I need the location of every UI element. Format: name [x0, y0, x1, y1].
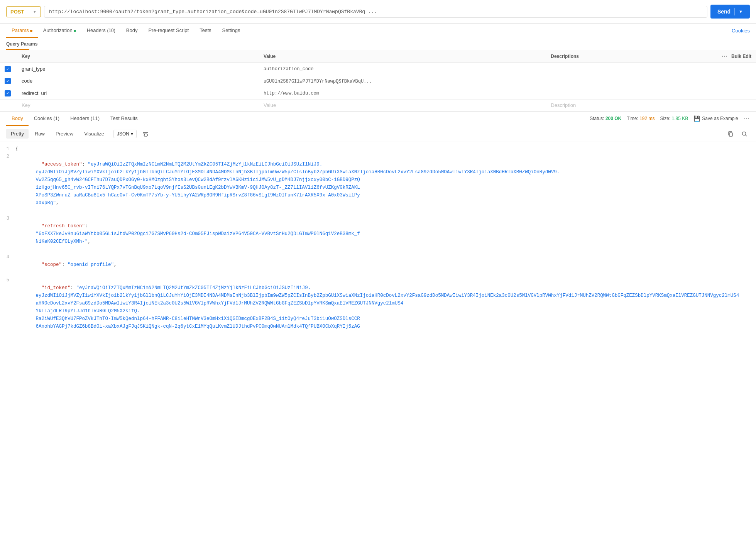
th-description: Descriptions ··· Bulk Edit: [546, 50, 756, 63]
search-button[interactable]: [739, 129, 750, 139]
tab-settings-label: Settings: [222, 27, 240, 33]
params-more-icon[interactable]: ···: [722, 53, 727, 59]
line-num-1: 1: [3, 145, 15, 153]
tab-headers-label: Headers (10): [87, 27, 115, 33]
row2-key[interactable]: code: [22, 78, 32, 84]
time-value: 192 ms: [639, 116, 655, 121]
table-row: ✓ redirect_uri http://www.baidu.com: [0, 87, 756, 100]
url-input[interactable]: [44, 6, 707, 18]
tab-params-label: Params: [12, 27, 29, 33]
send-arrow-icon: ▼: [739, 9, 743, 14]
th-value: Value: [259, 50, 546, 63]
json-format-selector[interactable]: JSON ▾: [113, 130, 137, 138]
row3-checkbox[interactable]: ✓: [5, 90, 11, 96]
params-dot-icon: [30, 30, 32, 32]
fmt-tab-preview[interactable]: Preview: [51, 129, 78, 139]
send-button[interactable]: Send ▼: [710, 5, 750, 19]
json-line-1: 1 {: [0, 145, 756, 153]
format-right-actions: [725, 129, 750, 139]
row2-value[interactable]: uGU01n2S87GIlwPJ7lMDYrNawpQSfBkaVBqU...: [264, 79, 372, 84]
method-label: POST: [10, 9, 24, 15]
tab-prerequest[interactable]: Pre-request Script: [143, 24, 194, 38]
json-response-body: 1 { 2 "access_token": "eyJraWQiOiIzZTQxM…: [0, 142, 756, 341]
format-bar: Pretty Raw Preview Visualize JSON ▾: [0, 126, 756, 142]
line-num-2: 2: [3, 153, 15, 161]
status-label: Status: 200 OK: [590, 116, 621, 121]
table-row-empty: Key Value Description: [0, 99, 756, 111]
empty-value-placeholder[interactable]: Value: [264, 102, 276, 108]
save-icon: 💾: [693, 115, 700, 122]
resp-tab-headers[interactable]: Headers (11): [65, 112, 105, 126]
fmt-tab-pretty[interactable]: Pretty: [6, 129, 29, 139]
tab-params[interactable]: Params: [6, 24, 38, 38]
line-num-4: 4: [3, 253, 15, 261]
method-selector[interactable]: POST ▼: [6, 6, 41, 17]
row2-checkbox[interactable]: ✓: [5, 78, 11, 84]
row2-desc[interactable]: [546, 75, 756, 87]
tab-cookies[interactable]: Cookies: [732, 28, 750, 34]
tab-authorization[interactable]: Authorization: [38, 24, 81, 38]
send-label: Send: [717, 8, 731, 15]
line-num-3: 3: [3, 215, 15, 222]
table-row: ✓ grant_type authorization_code: [0, 63, 756, 75]
svg-rect-0: [729, 133, 732, 136]
method-chevron-icon: ▼: [33, 10, 37, 14]
authorization-dot-icon: [74, 30, 76, 32]
row1-checkbox[interactable]: ✓: [5, 66, 11, 72]
bulk-edit-button[interactable]: Bulk Edit: [731, 54, 751, 59]
json-line-3: 3 "refresh_token": "6oFXX7keJvHnu6iaWYtb…: [0, 215, 756, 253]
json-line-5: 5 "id_token": "eyJraWQiOiIzZTQxMmIzNC1mN…: [0, 276, 756, 338]
url-bar: POST ▼ Send ▼: [0, 0, 756, 24]
tab-body-label: Body: [126, 27, 138, 33]
main-tabs: Params Authorization Headers (10) Body P…: [0, 24, 756, 38]
json-format-label: JSON: [117, 131, 129, 137]
resp-tab-cookies-label: Cookies (1): [34, 115, 59, 121]
fmt-tab-visualize[interactable]: Visualize: [79, 129, 109, 139]
tab-settings[interactable]: Settings: [217, 24, 246, 38]
th-check: [0, 50, 17, 63]
tab-authorization-label: Authorization: [43, 27, 73, 33]
headers-badge: (10): [107, 28, 115, 33]
query-params-title: Query Params: [0, 38, 756, 50]
empty-desc-placeholder[interactable]: Description: [551, 102, 576, 108]
resp-tab-body[interactable]: Body: [6, 112, 29, 126]
json-line-4: 4 "scope": "openid profile",: [0, 253, 756, 276]
tab-tests-label: Tests: [200, 27, 211, 33]
row3-desc[interactable]: [546, 87, 756, 100]
save-example-button[interactable]: 💾 Save as Example: [693, 115, 738, 122]
wrap-lines-icon[interactable]: [141, 130, 150, 138]
time-label: Time: 192 ms: [627, 116, 655, 121]
params-table: Key Value Descriptions ··· Bulk Edit ✓: [0, 50, 756, 111]
row1-key[interactable]: grant_type: [22, 66, 45, 72]
resp-tab-body-label: Body: [12, 115, 23, 121]
resp-tab-test-results[interactable]: Test Results: [105, 112, 143, 126]
tab-prerequest-label: Pre-request Script: [148, 27, 189, 33]
row3-key[interactable]: redirect_uri: [22, 90, 47, 96]
json-line-2: 2 "access_token": "eyJraWQiOiIzZTQxMmIzN…: [0, 153, 756, 215]
empty-key-placeholder[interactable]: Key: [22, 102, 30, 108]
response-meta: Status: 200 OK Time: 192 ms Size: 1.85 K…: [590, 115, 750, 122]
response-more-icon[interactable]: ···: [744, 115, 750, 122]
copy-button[interactable]: [725, 129, 736, 139]
size-value: 1.85 KB: [672, 116, 688, 121]
resp-tab-cookies[interactable]: Cookies (1): [29, 112, 65, 126]
tab-body[interactable]: Body: [121, 24, 143, 38]
status-value: 200 OK: [605, 116, 621, 121]
query-params-section: Query Params Key Value Descriptions ··· …: [0, 38, 756, 111]
row3-value[interactable]: http://www.baidu.com: [264, 91, 319, 96]
send-btn-divider: [734, 8, 735, 15]
table-row: ✓ code uGU01n2S87GIlwPJ7lMDYrNawpQSfBkaV…: [0, 75, 756, 87]
save-example-label: Save as Example: [702, 116, 738, 121]
row1-value[interactable]: authorization_code: [264, 66, 314, 72]
row1-desc[interactable]: [546, 63, 756, 75]
tab-headers[interactable]: Headers (10): [81, 24, 121, 38]
resp-tab-test-results-label: Test Results: [110, 115, 138, 121]
response-tabs: Body Cookies (1) Headers (11) Test Resul…: [0, 111, 756, 126]
th-key: Key: [17, 50, 259, 63]
fmt-tab-raw[interactable]: Raw: [30, 129, 49, 139]
line-num-5: 5: [3, 276, 15, 284]
json-format-chevron-icon: ▾: [131, 131, 133, 137]
size-label: Size: 1.85 KB: [660, 116, 688, 121]
resp-tab-headers-label: Headers (11): [70, 115, 100, 121]
tab-tests[interactable]: Tests: [194, 24, 216, 38]
